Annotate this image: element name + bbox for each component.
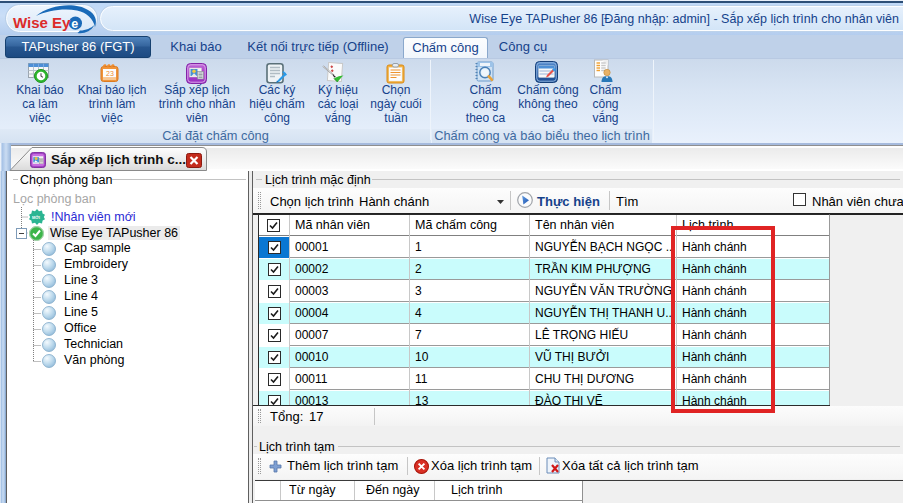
svg-text:23: 23 [106,70,114,77]
svg-text:e: e [71,17,78,31]
svg-text:Wise Ey: Wise Ey [13,14,71,31]
svg-text:MỚI: MỚI [32,215,40,220]
